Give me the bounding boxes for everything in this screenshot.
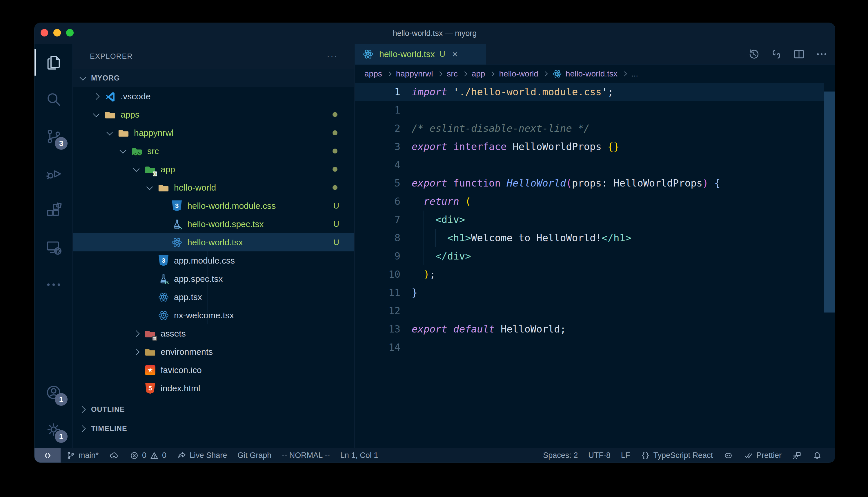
explorer-more-icon[interactable]: ··· [327, 51, 338, 61]
code-line-7[interactable]: 6 return ( [355, 192, 824, 211]
breadcrumb-item-hello-world[interactable]: hello-world [499, 69, 538, 79]
status-notifications[interactable] [807, 448, 827, 463]
activity-item-explorer[interactable] [35, 44, 73, 81]
tree-indent-guide [208, 251, 208, 324]
code-line-14[interactable]: 13export default HelloWorld; [355, 320, 824, 338]
status-feedback[interactable] [787, 448, 807, 463]
tree-item--vscode[interactable]: .vscode [73, 87, 354, 105]
line-number: 5 [355, 174, 400, 192]
line-number: 6 [355, 192, 400, 211]
status-language-mode[interactable]: TypeScript React [635, 448, 718, 463]
activity-bar: 3 11 [35, 44, 73, 448]
activity-item-accounts[interactable]: 1 [35, 374, 73, 411]
breadcrumb-item-hello-world-tsx[interactable]: hello-world.tsx [566, 69, 618, 79]
activity-item-source-control[interactable]: 3 [35, 118, 73, 155]
chevron-right-icon[interactable] [133, 330, 140, 337]
code-line-2[interactable]: 1 [355, 101, 824, 119]
editor-group: hello-world.tsx U × appshappynrwlsrcapph… [355, 44, 835, 448]
sidebar-section-timeline[interactable]: TIMELINE [73, 419, 354, 438]
tree-item-happynrwl[interactable]: happynrwl [73, 124, 354, 142]
explorer-sidebar: EXPLORER ··· MYORG.vscodeappshappynrwl</… [73, 44, 355, 448]
activity-item-more[interactable] [35, 266, 73, 303]
status-sync[interactable] [104, 448, 124, 463]
tree-item-hello-world-spec-tsx[interactable]: TShello-world.spec.tsxU [73, 215, 354, 233]
code-line-11[interactable]: 10 ); [355, 265, 824, 284]
ellipsis-icon [815, 48, 828, 60]
tree-item-app-spec-tsx[interactable]: TSapp.spec.tsx [73, 270, 354, 288]
status-copilot[interactable] [718, 448, 739, 463]
code-line-10[interactable]: 9 </div> [355, 247, 824, 265]
code-editor[interactable]: 1import './hello-world.module.css';12/* … [355, 83, 835, 448]
status-indentation[interactable]: Spaces: 2 [538, 448, 583, 463]
chevron-down-icon[interactable] [80, 74, 86, 81]
sidebar-section-outline[interactable]: OUTLINE [73, 400, 354, 419]
breadcrumb-item--[interactable]: ... [631, 69, 638, 79]
status-git-graph[interactable]: Git Graph [232, 448, 277, 463]
open-changes-button[interactable] [769, 47, 784, 62]
folder-icon [158, 182, 169, 194]
explorer-title: EXPLORER [90, 52, 133, 60]
activity-item-remote-explorer[interactable] [35, 229, 73, 266]
code-line-4[interactable]: 3export interface HelloWorldProps {} [355, 138, 824, 156]
code-line-3[interactable]: 2/* eslint-disable-next-line */ [355, 119, 824, 138]
code-line-13[interactable]: 12 [355, 302, 824, 320]
compare-changes-icon [770, 48, 783, 60]
open-timeline-button[interactable] [746, 47, 761, 62]
activity-item-run-debug[interactable] [35, 155, 73, 192]
more-actions-button[interactable] [814, 47, 829, 62]
tab-close-icon[interactable]: × [452, 49, 458, 60]
status-eol[interactable]: LF [616, 448, 635, 463]
chevron-down-icon[interactable] [106, 129, 113, 135]
breadcrumb-item-src[interactable]: src [447, 69, 457, 79]
status-git-branch[interactable]: main* [60, 448, 104, 463]
code-line-1[interactable]: 1import './hello-world.module.css'; [355, 83, 824, 101]
split-editor-button[interactable] [791, 47, 807, 62]
code-text: import './hello-world.module.css'; [412, 83, 614, 101]
tree-item-hello-world[interactable]: hello-world [73, 179, 354, 197]
tree-item-app-tsx[interactable]: app.tsx [73, 288, 354, 306]
git-modified-dot [332, 130, 337, 135]
tree-item-nx-welcome-tsx[interactable]: nx-welcome.tsx [73, 306, 354, 324]
tree-item-apps[interactable]: apps [73, 105, 354, 124]
status-cursor-position[interactable]: Ln 1, Col 1 [335, 448, 384, 463]
tree-item-src[interactable]: </>src [73, 142, 354, 160]
breadcrumb-item-happynrwl[interactable]: happynrwl [396, 69, 433, 79]
extensions-icon [45, 202, 63, 219]
breadcrumb-item-apps[interactable]: apps [364, 69, 382, 79]
status-vim-mode[interactable]: -- NORMAL -- [277, 448, 335, 463]
status-formatter[interactable]: Prettier [739, 448, 787, 463]
code-line-8[interactable]: 7 <div> [355, 211, 824, 229]
status-encoding[interactable]: UTF-8 [583, 448, 616, 463]
activity-item-settings[interactable]: 1 [35, 411, 73, 448]
code-line-9[interactable]: 8 <h1>Welcome to HelloWorld!</h1> [355, 229, 824, 247]
tree-item-environments[interactable]: environments [73, 343, 354, 361]
line-number: 7 [355, 211, 400, 229]
chevron-down-icon[interactable] [120, 147, 126, 154]
tree-item-app[interactable]: ⚙app [73, 160, 354, 179]
breadcrumb-item-app[interactable]: app [472, 69, 485, 79]
code-line-6[interactable]: 5export function HelloWorld(props: Hello… [355, 174, 824, 192]
chevron-down-icon[interactable] [147, 183, 153, 190]
editor-scrollbar[interactable] [824, 91, 835, 313]
tree-item-hello-world-module-css[interactable]: 3hello-world.module.cssU [73, 197, 354, 215]
chevron-down-icon[interactable] [93, 110, 100, 117]
tree-item-favicon-ico[interactable]: ★favicon.ico [73, 361, 354, 379]
tree-item-app-module-css[interactable]: 3app.module.css [73, 251, 354, 270]
tab-hello-world-tsx[interactable]: hello-world.tsx U × [355, 44, 486, 65]
code-line-5[interactable]: 4 [355, 156, 824, 174]
activity-item-search[interactable] [35, 81, 73, 118]
tree-item-index-html[interactable]: 5index.html [73, 379, 354, 397]
status-problems[interactable]: 00 [124, 448, 171, 463]
activity-item-extensions[interactable] [35, 192, 73, 229]
code-line-15[interactable]: 14 [355, 338, 824, 356]
chevron-down-icon[interactable] [133, 165, 140, 172]
code-line-12[interactable]: 11} [355, 284, 824, 302]
tree-root-myorg[interactable]: MYORG [73, 69, 354, 87]
tree-item-assets[interactable]: ▦assets [73, 324, 354, 343]
status-remote-indicator[interactable] [35, 448, 60, 463]
chevron-right-icon[interactable] [93, 93, 100, 100]
chevron-right-icon[interactable] [133, 349, 140, 355]
status-live-share[interactable]: Live Share [171, 448, 232, 463]
tree-indent-guide [221, 197, 221, 251]
tree-item-hello-world-tsx[interactable]: hello-world.tsxU [73, 233, 354, 251]
